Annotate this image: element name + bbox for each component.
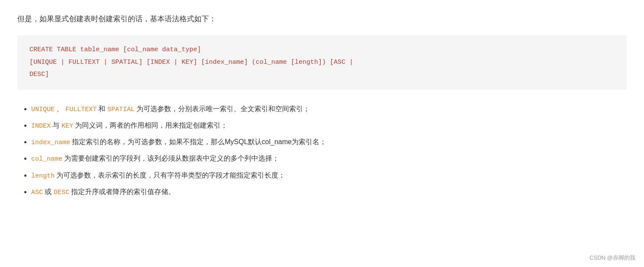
item-text-4: 为需要创建索引的字段列，该列必须从数据表中定义的多个列中选择； [64,155,279,162]
list-item: UNIQUE 、 FULLTEXT 和 SPATIAL 为可选参数，分别表示唯一… [31,102,627,116]
code-unique: UNIQUE [31,106,55,113]
list-item: INDEX 与 KEY 为同义词，两者的作用相同，用来指定创建索引； [31,119,627,132]
code-line-3: DESC] [29,69,615,81]
list-item: col_name 为需要创建索引的字段列，该列必须从数据表中定义的多个列中选择； [31,152,627,165]
bullet-list: UNIQUE 、 FULLTEXT 和 SPATIAL 为可选参数，分别表示唯一… [17,102,627,199]
code-col-name: col_name [31,155,62,163]
intro-text: 但是，如果显式创建表时创建索引的话，基本语法格式如下： [17,13,627,25]
code-index: INDEX [31,122,51,130]
code-line-1: CREATE TABLE table_name [col_name data_t… [29,44,615,56]
code-fulltext: FULLTEXT [65,106,97,113]
item-text-1: 为可选参数，分别表示唯一索引、全文索引和空间索引； [137,105,310,112]
code-line-2: [UNIQUE | FULLTEXT | SPATIAL] [INDEX | K… [29,56,615,69]
code-key: KEY [62,122,73,130]
item-text-3: 指定索引的名称，为可选参数，如果不指定，那么MySQL默认col_name为索引… [72,138,326,145]
list-item: ASC 或 DESC 指定升序或者降序的索引值存储。 [31,185,627,199]
list-item: length 为可选参数，表示索引的长度，只有字符串类型的字段才能指定索引长度； [31,168,627,182]
code-index-name: index_name [31,139,70,146]
code-length: length [31,172,55,180]
code-block: CREATE TABLE table_name [col_name data_t… [17,35,627,90]
code-spatial: SPATIAL [107,106,135,113]
item-text-5: 为可选参数，表示索引的长度，只有字符串类型的字段才能指定索引长度； [56,171,285,179]
item-text-6a: 或 [45,188,53,195]
item-text-6b: 指定升序或者降序的索引值存储。 [71,188,175,195]
watermark: CSDN @赤脚的我 [589,254,635,262]
code-desc: DESC [54,189,69,196]
item-text-2a: 与 [52,122,61,129]
list-item: index_name 指定索引的名称，为可选参数，如果不指定，那么MySQL默认… [31,135,627,149]
code-asc: ASC [31,189,43,196]
item-text-2b: 为同义词，两者的作用相同，用来指定创建索引； [75,122,228,129]
